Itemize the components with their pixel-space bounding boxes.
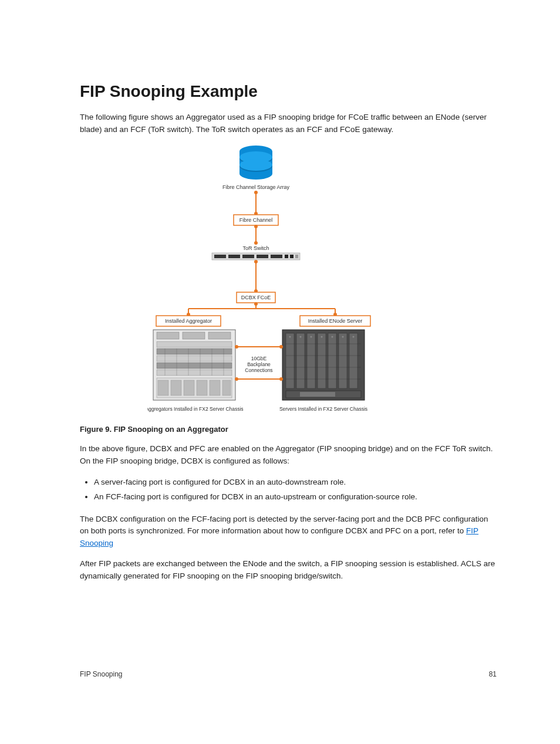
tengbe-label-1: 10GbE: [251, 356, 267, 361]
svg-rect-56: [307, 333, 315, 388]
svg-point-12: [254, 241, 258, 245]
tengbe-label-2: Backplane: [247, 361, 271, 367]
tengbe-label-3: Connections: [245, 367, 272, 373]
svg-rect-73: [300, 392, 335, 397]
svg-rect-38: [157, 363, 232, 368]
svg-rect-52: [222, 380, 231, 395]
svg-point-8: [254, 191, 258, 194]
svg-point-62: [300, 336, 302, 337]
storage-label: Fibre Channel Storage Array: [222, 184, 290, 190]
svg-rect-47: [158, 380, 168, 395]
svg-rect-36: [157, 349, 232, 354]
svg-rect-60: [349, 333, 357, 388]
bullet-list: A server-facing port is configured for D…: [80, 476, 497, 504]
svg-point-79: [279, 377, 283, 381]
svg-point-11: [254, 225, 258, 228]
paragraph-3-text: The DCBX configuration on the FCF-facing…: [80, 515, 488, 536]
fibre-channel-label: Fibre Channel: [239, 217, 273, 223]
dcbx-fcoe-label: DCBX FCoE: [241, 295, 271, 300]
svg-rect-50: [197, 380, 207, 395]
svg-rect-20: [295, 255, 298, 258]
svg-point-61: [289, 336, 291, 337]
figure-container: Fibre Channel Storage Array Fibre Channe…: [80, 144, 497, 414]
svg-rect-19: [290, 255, 294, 258]
list-item: An FCF-facing port is configured for DCB…: [94, 491, 497, 504]
svg-rect-16: [257, 255, 268, 258]
svg-rect-32: [157, 332, 179, 339]
footer-section-title: FIP Snooping: [80, 670, 123, 678]
svg-rect-37: [157, 356, 232, 361]
footer-page-number: 81: [489, 670, 497, 678]
svg-rect-57: [318, 333, 326, 388]
paragraph-4: After FIP packets are exchanged between …: [80, 558, 497, 583]
svg-rect-35: [157, 341, 232, 347]
svg-point-67: [353, 336, 355, 337]
storage-array-icon: [239, 146, 272, 180]
svg-rect-33: [183, 332, 205, 339]
page-footer: FIP Snooping 81: [80, 670, 497, 678]
svg-rect-54: [286, 333, 294, 388]
intro-paragraph: The following figure shows an Aggregator…: [80, 111, 497, 136]
svg-rect-51: [210, 380, 220, 395]
svg-point-76: [279, 345, 283, 349]
svg-point-78: [235, 377, 238, 381]
svg-point-63: [311, 336, 312, 337]
svg-rect-55: [296, 333, 305, 388]
svg-point-66: [342, 336, 344, 337]
enode-chassis-icon: [282, 330, 365, 400]
svg-rect-34: [208, 332, 231, 339]
paragraph-3: The DCBX configuration on the FCF-facing…: [80, 513, 497, 550]
list-item: A server-facing port is configured for D…: [94, 476, 497, 489]
installed-aggregator-label: Installed Aggregator: [165, 318, 212, 324]
paragraph-2: In tbe above figure, DCBX and PFC are en…: [80, 443, 497, 468]
svg-rect-18: [285, 255, 288, 258]
installed-enode-label: Installed ENode Server: [308, 318, 363, 324]
svg-point-65: [332, 336, 333, 337]
svg-point-6: [239, 159, 272, 171]
right-chassis-caption: Servers Installed in FX2 Server Chassis: [279, 406, 367, 412]
left-chassis-caption: Aggregators Installed in FX2 Server Chas…: [147, 406, 244, 412]
svg-rect-58: [328, 333, 336, 388]
fip-snooping-diagram: Fibre Channel Storage Array Fibre Channe…: [147, 144, 429, 414]
svg-rect-49: [184, 380, 194, 395]
svg-point-28: [254, 302, 258, 306]
aggregator-chassis-icon: [153, 330, 235, 400]
svg-point-64: [321, 336, 323, 337]
page-heading: FIP Snooping Example: [80, 82, 497, 101]
figure-caption: Figure 9. FIP Snooping on an Aggregator: [80, 425, 497, 434]
svg-point-75: [235, 345, 238, 349]
svg-rect-13: [214, 255, 226, 258]
svg-rect-59: [339, 333, 347, 388]
svg-rect-17: [271, 255, 282, 258]
svg-rect-14: [228, 255, 240, 258]
svg-rect-39: [157, 370, 232, 376]
tor-switch-label: ToR Switch: [242, 245, 269, 251]
svg-point-22: [254, 260, 258, 263]
svg-rect-48: [171, 380, 181, 395]
svg-rect-15: [242, 255, 254, 258]
